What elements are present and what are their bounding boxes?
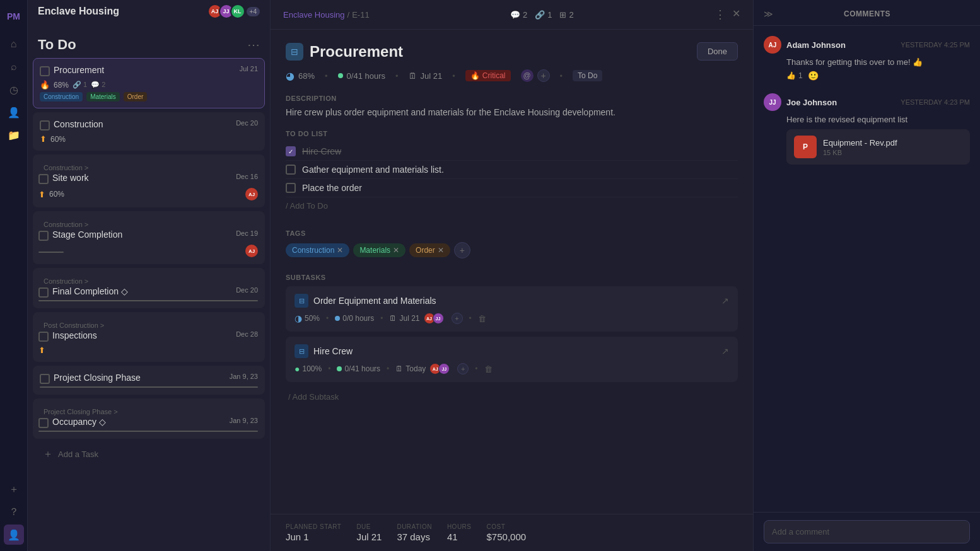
comments-header: ≫ COMMENTS — [754, 0, 980, 26]
extra-members-badge: +4 — [247, 7, 260, 16]
add-reaction-button[interactable]: 🙂 — [808, 71, 819, 81]
tags-label: TAGS — [286, 229, 738, 237]
task-type-icon: ⊟ — [286, 43, 303, 61]
folder-icon[interactable]: 📁 — [4, 125, 24, 145]
todo-checkbox[interactable]: ✓ — [286, 146, 296, 156]
task-checkbox[interactable] — [38, 418, 49, 428]
detail-title-row: ⊟ Procurement Done — [286, 42, 738, 61]
comment-header: JJ Joe Johnson YESTERDAY 4:23 PM — [764, 93, 970, 111]
section-header-menu[interactable]: ⋯ — [247, 37, 260, 52]
progress-text: 60% — [49, 190, 64, 199]
profile-icon[interactable]: 👤 — [4, 525, 24, 545]
tag-remove-button[interactable]: ✕ — [393, 246, 399, 255]
tag-remove-button[interactable]: ✕ — [438, 246, 444, 255]
planned-start-field: PLANNED START Jun 1 — [286, 523, 341, 542]
progress-value: 68% — [298, 71, 315, 81]
add-icon[interactable]: ＋ — [4, 479, 24, 499]
task-date: Dec 20 — [236, 119, 258, 127]
task-checkbox[interactable] — [38, 287, 49, 298]
help-icon[interactable]: ？ — [4, 502, 24, 522]
subtask-delete-button[interactable]: 🗑 — [484, 364, 493, 374]
subtask-icon: ⊟ — [295, 344, 308, 358]
task-date: Jul 21 — [240, 65, 258, 72]
attachment-name: Equipment - Rev.pdf — [823, 138, 897, 148]
task-checkbox[interactable] — [38, 231, 49, 241]
task-item[interactable]: Construction > Stage Completion Dec 19 A… — [33, 211, 265, 264]
add-subtask-button[interactable]: / Add Subtask — [286, 387, 738, 407]
date-value: Jul 21 — [399, 314, 419, 323]
task-item[interactable]: Project Closing Phase > Occupancy ◇ Jan … — [33, 398, 265, 439]
task-checkbox[interactable] — [40, 120, 50, 130]
detail-menu-button[interactable]: ⋮ — [715, 8, 726, 21]
task-list-header: To Do ⋯ — [28, 26, 270, 58]
planned-start-value: Jun 1 — [286, 531, 341, 542]
task-date: Dec 16 — [236, 173, 258, 180]
add-tag-button[interactable]: + — [454, 242, 470, 258]
add-todo-button[interactable]: / Add To Do — [286, 197, 738, 214]
subtask-hours: 0/41 hours — [337, 364, 380, 373]
task-group-label: Construction > — [38, 275, 258, 286]
task-group-label: Post Construction > — [38, 319, 258, 330]
task-item[interactable]: Project Closing Phase Jan 9, 23 — [33, 366, 265, 395]
task-item[interactable]: Construction > Site work Dec 16 ⬆ 60% AJ — [33, 154, 265, 207]
app-logo[interactable]: PM — [4, 6, 24, 26]
progress-icon: ● — [295, 364, 300, 374]
hours-label: HOURS — [447, 523, 472, 530]
users-icon[interactable]: 👤 — [4, 102, 24, 122]
collapse-comments-icon[interactable]: ≫ — [764, 9, 773, 19]
progress-icon: ◑ — [295, 313, 302, 323]
tag-construction: Construction — [40, 92, 83, 102]
task-date: Jan 9, 23 — [230, 417, 258, 424]
section-title: To Do — [38, 37, 76, 53]
tag-pill-materials: Materials ✕ — [353, 243, 405, 257]
todo-item: Place the order — [286, 179, 738, 197]
todo-checkbox[interactable] — [286, 183, 296, 193]
subtask-external-link[interactable]: ↗ — [721, 296, 729, 306]
todo-checkbox[interactable] — [286, 165, 296, 175]
done-button[interactable]: Done — [697, 42, 738, 61]
attachment-size: 15 KB — [823, 149, 897, 156]
task-checkbox[interactable] — [40, 66, 50, 76]
comment-input[interactable] — [764, 520, 970, 543]
breadcrumb-project[interactable]: Enclave Housing — [283, 10, 345, 20]
add-assignee-button[interactable]: + — [537, 69, 550, 82]
subtask-header: ⊟ Order Equipment and Materials ↗ — [295, 294, 729, 308]
search-icon[interactable]: ⌕ — [4, 57, 24, 77]
breadcrumb-task-id: E-11 — [352, 10, 369, 20]
task-item[interactable]: Procurement Jul 21 🔥 68% 🔗 1 💬 2 Constru… — [33, 58, 265, 108]
subtask-props: ● 100% • 0/41 hours • 🗓 Today AJ — [295, 363, 729, 374]
task-item[interactable]: Construction Dec 20 ⬆ 60% — [33, 112, 265, 151]
close-button[interactable]: ✕ — [732, 8, 740, 21]
comment-avatar: JJ — [764, 93, 781, 111]
add-assignee-button[interactable]: + — [457, 363, 469, 374]
dot-sep: • — [387, 364, 389, 373]
hours-dot — [335, 316, 340, 321]
avatar: JJ — [438, 363, 450, 374]
progress-circle-icon: ◕ — [286, 70, 295, 82]
subtask-external-link[interactable]: ↗ — [721, 346, 729, 356]
subtask-header: ⊟ Hire Crew ↗ — [295, 344, 729, 358]
add-task-row[interactable]: ＋ Add a Task — [33, 443, 265, 466]
task-item[interactable]: Post Construction > Inspections Dec 28 ⬆ — [33, 312, 265, 362]
task-group-label: Construction > — [38, 218, 258, 229]
task-checkbox[interactable] — [40, 374, 50, 384]
add-assignee-button[interactable]: + — [452, 313, 463, 324]
home-icon[interactable]: ⌂ — [4, 34, 24, 54]
progress-bar — [40, 386, 258, 388]
tag-materials: Materials — [86, 92, 120, 102]
subtask-delete-button[interactable]: 🗑 — [478, 314, 486, 323]
comment-header: AJ Adam Johnson YESTERDAY 4:25 PM — [764, 36, 970, 54]
task-checkbox[interactable] — [38, 332, 49, 342]
task-item[interactable]: Construction > Final Completion ◇ Dec 20 — [33, 268, 265, 308]
detail-top-bar: Enclave Housing / E-11 💬 2 🔗 1 ⊞ 2 ⋮ ✕ — [271, 0, 753, 30]
tag-remove-button[interactable]: ✕ — [337, 246, 343, 255]
task-checkbox[interactable] — [38, 174, 49, 184]
progress-bar — [38, 300, 258, 301]
reaction-icon: 👍 — [786, 71, 796, 80]
progress-icon: ⬆ — [38, 345, 45, 355]
comment-text: Thanks for getting this over to me! 👍 — [764, 57, 970, 67]
subtask-item: ⊟ Hire Crew ↗ ● 100% • 0/41 hours • — [286, 337, 738, 382]
clock-icon[interactable]: ◷ — [4, 79, 24, 100]
comment-attachment: P Equipment - Rev.pdf 15 KB — [786, 129, 970, 165]
reaction-count: 1 — [798, 71, 803, 80]
